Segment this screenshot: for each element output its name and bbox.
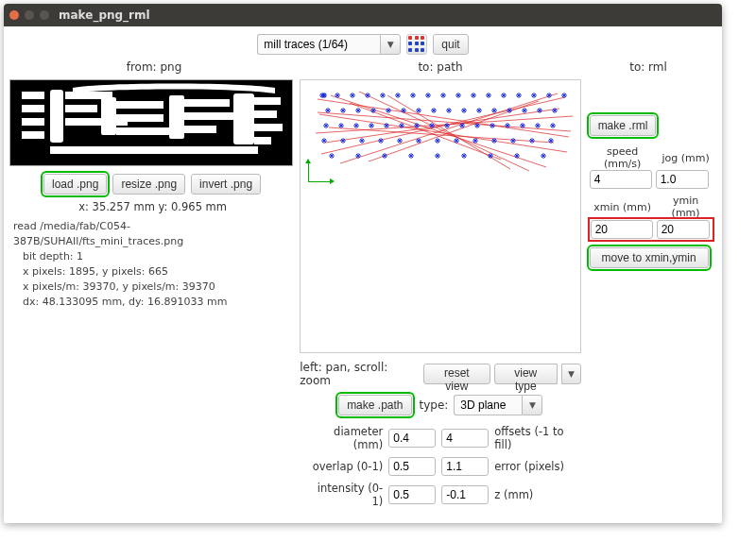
svg-rect-1 xyxy=(22,105,44,112)
info-dxdy: dx: 48.133095 mm, dy: 16.891033 mm xyxy=(13,295,296,310)
process-input[interactable] xyxy=(257,34,380,55)
jog-input[interactable] xyxy=(656,170,709,189)
info-path: read /media/fab/C054-387B/SUHAIl/fts_min… xyxy=(13,219,296,249)
svg-rect-0 xyxy=(22,92,44,99)
top-toolbar: ▼ quit xyxy=(9,34,716,55)
ymin-label: ymin (mm) xyxy=(660,195,713,219)
app-window: make_png_rml ▼ quit from: png to: path t… xyxy=(4,4,722,523)
overlap-label: overlap (0-1) xyxy=(307,460,385,473)
chevron-down-icon: ▼ xyxy=(387,40,394,49)
origin-inputs xyxy=(590,219,713,240)
to-rml-panel: make .rml speed (mm/s) jog (mm) xmin (mm… xyxy=(585,79,716,508)
png-preview[interactable] xyxy=(9,79,293,166)
error-input[interactable] xyxy=(441,457,489,476)
titlebar[interactable]: make_png_rml xyxy=(4,4,722,26)
header-from-png: from: png xyxy=(9,60,299,74)
offsets-label: offsets (-1 to fill) xyxy=(494,425,574,451)
from-png-panel: load .png resize .png invert .png x: 35.… xyxy=(9,79,296,508)
canvas-hint: left: pan, scroll: zoom xyxy=(300,361,420,387)
svg-rect-7 xyxy=(233,93,254,144)
svg-rect-4 xyxy=(50,90,63,143)
speed-label: speed (mm/s) xyxy=(590,145,656,170)
info-pixels: x pixels: 1895, y pixels: 665 xyxy=(13,264,296,280)
info-pixels-m: x pixels/m: 39370, y pixels/m: 39370 xyxy=(13,280,296,295)
view-type-button[interactable]: view type xyxy=(494,364,558,384)
type-label: type: xyxy=(420,398,449,412)
error-label: error (pixels) xyxy=(494,460,574,473)
diameter-label: diameter (mm) xyxy=(307,425,385,451)
path-params: diameter (mm) offsets (-1 to fill) overl… xyxy=(307,425,574,508)
intensity-label: intensity (0-1) xyxy=(307,482,385,508)
window-title: make_png_rml xyxy=(59,8,150,22)
maximize-icon[interactable] xyxy=(40,10,49,20)
header-to-rml: to: rml xyxy=(582,60,714,74)
invert-png-button[interactable]: invert .png xyxy=(191,174,261,195)
to-path-panel: left: pan, scroll: zoom reset view view … xyxy=(300,79,581,508)
png-info: read /media/fab/C054-387B/SUHAIl/fts_min… xyxy=(9,219,296,310)
speed-input[interactable] xyxy=(590,170,652,189)
make-path-button[interactable]: make .path xyxy=(338,395,411,415)
xmin-label: xmin (mm) xyxy=(590,201,656,213)
xmin-input[interactable] xyxy=(591,220,653,239)
process-dropdown-button[interactable]: ▼ xyxy=(380,34,401,55)
quit-button[interactable]: quit xyxy=(433,34,468,55)
svg-rect-5 xyxy=(101,97,116,135)
close-icon[interactable] xyxy=(9,10,19,20)
process-select[interactable]: ▼ xyxy=(257,34,401,55)
chevron-down-icon: ▼ xyxy=(529,400,536,410)
svg-rect-2 xyxy=(22,118,44,126)
offsets-input[interactable] xyxy=(441,429,489,448)
intensity-input[interactable] xyxy=(388,485,436,504)
overlap-input[interactable] xyxy=(388,457,436,476)
load-png-button[interactable]: load .png xyxy=(43,174,107,195)
window-controls xyxy=(9,10,49,20)
toolpath-preview xyxy=(312,86,576,175)
content-area: ▼ quit from: png to: path to: rml xyxy=(4,26,722,523)
axis-x-icon xyxy=(308,181,331,182)
ymin-input[interactable] xyxy=(657,220,710,239)
jog-label: jog (mm) xyxy=(660,152,713,164)
svg-rect-3 xyxy=(22,131,44,139)
diameter-input[interactable] xyxy=(388,429,436,448)
svg-rect-6 xyxy=(169,95,184,139)
view-type-dropdown[interactable]: ▼ xyxy=(561,364,582,384)
header-to-path: to: path xyxy=(299,60,582,74)
app-grid-icon[interactable] xyxy=(406,34,427,55)
reset-view-button[interactable]: reset view xyxy=(423,364,490,384)
axis-y-icon xyxy=(308,163,309,182)
make-rml-button[interactable]: make .rml xyxy=(590,115,657,136)
path-type-select[interactable] xyxy=(454,395,522,415)
resize-png-button[interactable]: resize .png xyxy=(112,174,185,195)
info-bitdepth: bit depth: 1 xyxy=(13,249,296,264)
z-label: z (mm) xyxy=(494,488,574,501)
minimize-icon[interactable] xyxy=(25,10,34,20)
cursor-readout: x: 35.257 mm y: 0.965 mm xyxy=(9,200,296,213)
z-input[interactable] xyxy=(441,485,489,504)
path-canvas[interactable] xyxy=(300,79,581,353)
chevron-down-icon: ▼ xyxy=(568,369,575,379)
path-type-dropdown[interactable]: ▼ xyxy=(522,395,542,415)
move-to-origin-button[interactable]: move to xmin,ymin xyxy=(590,247,709,268)
